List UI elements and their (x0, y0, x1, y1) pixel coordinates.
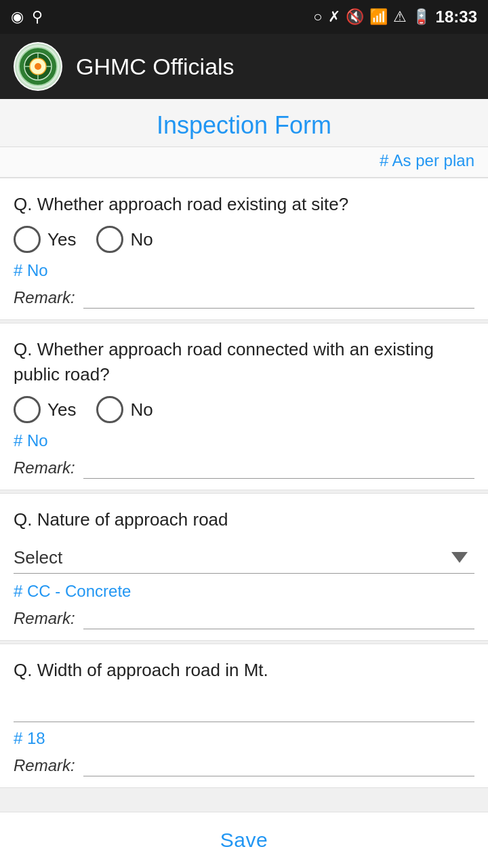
q4-width-input[interactable] (14, 692, 474, 722)
q2-remark-input[interactable] (83, 457, 474, 479)
form-title-bar: Inspection Form (0, 99, 488, 147)
q1-remark-input[interactable] (83, 287, 474, 309)
as-per-plan-bar: # As per plan (0, 147, 488, 178)
q1-yes-label: Yes (47, 229, 76, 250)
mute-icon: 🔇 (346, 8, 364, 26)
bluetooth-icon: ✗ (328, 8, 340, 26)
wifi-icon: 📶 (369, 8, 388, 26)
question-1-text: Q. Whether approach road existing at sit… (14, 192, 474, 216)
q1-hint: # No (14, 261, 474, 280)
status-icons-right: ○ ✗ 🔇 📶 ⚠ 🪫 18:33 (313, 7, 477, 26)
question-block-2: Q. Whether approach road connected with … (0, 323, 488, 490)
q3-remark-row: Remark: (14, 608, 474, 629)
circle-icon: ○ (313, 8, 322, 26)
question-block-1: Q. Whether approach road existing at sit… (0, 178, 488, 320)
save-button[interactable]: Save (193, 823, 295, 857)
battery-alert-icon: ⚠ (393, 8, 407, 26)
as-per-plan-text: # As per plan (380, 151, 474, 170)
q3-hint: # CC - Concrete (14, 582, 474, 601)
battery-icon: 🪫 (412, 8, 430, 26)
logo-emblem (15, 43, 61, 90)
q1-remark-row: Remark: (14, 287, 474, 309)
q3-select-wrapper: Select CC - Concrete BT - Bitumen WBM Gr… (14, 542, 474, 574)
q3-remark-input[interactable] (83, 608, 474, 629)
q2-no-radio[interactable] (96, 396, 123, 423)
form-title: Inspection Form (14, 111, 474, 140)
q2-yes-label: Yes (47, 399, 76, 420)
status-time: 18:33 (436, 7, 477, 26)
q3-select[interactable]: Select CC - Concrete BT - Bitumen WBM Gr… (14, 542, 474, 574)
app-header: GHMC Officials (0, 34, 488, 99)
question-2-radio-group: Yes No (14, 396, 474, 423)
shield-icon: ◉ (11, 8, 24, 26)
q1-yes-option[interactable]: Yes (14, 226, 76, 253)
q1-yes-radio[interactable] (14, 226, 41, 253)
question-1-radio-group: Yes No (14, 226, 474, 253)
q4-remark-label: Remark: (14, 756, 75, 775)
q2-remark-label: Remark: (14, 458, 75, 477)
q4-hint: # 18 (14, 729, 474, 748)
app-logo (14, 42, 62, 91)
q2-yes-option[interactable]: Yes (14, 396, 76, 423)
q2-no-label: No (130, 399, 152, 420)
form-content: Q. Whether approach road existing at sit… (0, 178, 488, 845)
svg-point-3 (35, 63, 41, 70)
usb-icon: ⚲ (32, 8, 43, 26)
q1-no-option[interactable]: No (96, 226, 152, 253)
question-2-text: Q. Whether approach road connected with … (14, 337, 474, 387)
question-3-text: Q. Nature of approach road (14, 507, 474, 532)
save-bar: Save (0, 812, 488, 868)
q2-remark-row: Remark: (14, 457, 474, 479)
q2-no-option[interactable]: No (96, 396, 152, 423)
question-block-3: Q. Nature of approach road Select CC - C… (0, 493, 488, 640)
question-block-4: Q. Width of approach road in Mt. # 18 Re… (0, 644, 488, 788)
q1-no-label: No (130, 229, 152, 250)
status-icons-left: ◉ ⚲ (11, 8, 43, 26)
question-4-text: Q. Width of approach road in Mt. (14, 658, 474, 682)
q1-remark-label: Remark: (14, 288, 75, 307)
q1-no-radio[interactable] (96, 226, 123, 253)
q4-remark-input[interactable] (83, 755, 474, 776)
q2-yes-radio[interactable] (14, 396, 41, 423)
q2-hint: # No (14, 431, 474, 450)
q3-remark-label: Remark: (14, 609, 75, 628)
app-name: GHMC Officials (76, 54, 235, 80)
status-bar: ◉ ⚲ ○ ✗ 🔇 📶 ⚠ 🪫 18:33 (0, 0, 488, 34)
q4-remark-row: Remark: (14, 755, 474, 776)
